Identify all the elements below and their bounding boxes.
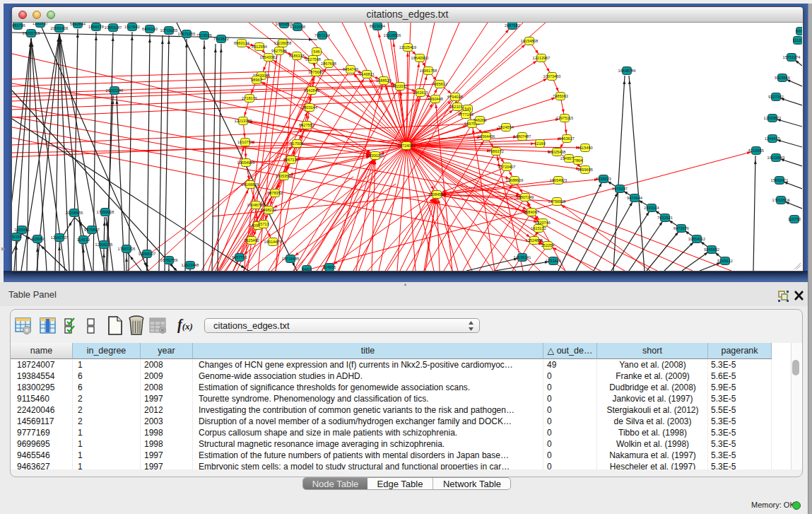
svg-text:3824554: 3824554 bbox=[498, 125, 514, 129]
svg-text:15713: 15713 bbox=[258, 222, 269, 226]
svg-text:1435061: 1435061 bbox=[14, 228, 30, 232]
svg-text:17957205: 17957205 bbox=[118, 247, 136, 251]
svg-text:9777169: 9777169 bbox=[458, 112, 473, 117]
svg-text:20691406: 20691406 bbox=[51, 26, 69, 30]
svg-text:18300295: 18300295 bbox=[367, 153, 384, 158]
svg-text:546: 546 bbox=[313, 49, 319, 54]
svg-text:124555: 124555 bbox=[323, 265, 336, 269]
svg-text:8215955: 8215955 bbox=[748, 148, 764, 153]
svg-text:9463: 9463 bbox=[302, 267, 311, 271]
svg-text:17359928: 17359928 bbox=[97, 210, 114, 214]
svg-text:9131058: 9131058 bbox=[290, 25, 305, 29]
svg-text:15716485: 15716485 bbox=[282, 257, 300, 261]
svg-text:9975867: 9975867 bbox=[84, 228, 100, 232]
svg-text:10973493: 10973493 bbox=[543, 74, 561, 78]
svg-text:9527508: 9527508 bbox=[305, 57, 321, 62]
svg-text:746266: 746266 bbox=[473, 118, 487, 122]
svg-text:1362615: 1362615 bbox=[413, 90, 428, 95]
svg-text:10654112: 10654112 bbox=[688, 237, 705, 241]
svg-text:5092844: 5092844 bbox=[70, 23, 86, 26]
svg-text:1621072: 1621072 bbox=[449, 105, 465, 109]
svg-text:9115460: 9115460 bbox=[577, 146, 592, 150]
svg-text:1244415: 1244415 bbox=[765, 136, 780, 141]
svg-text:18807249: 18807249 bbox=[517, 195, 534, 199]
svg-text:8990448: 8990448 bbox=[428, 97, 443, 101]
svg-text:8322037: 8322037 bbox=[392, 84, 408, 88]
svg-text:9973: 9973 bbox=[796, 29, 802, 33]
svg-text:6794028: 6794028 bbox=[447, 95, 463, 99]
svg-text:62160: 62160 bbox=[534, 141, 546, 146]
svg-text:10853287: 10853287 bbox=[105, 25, 122, 30]
svg-text:19654925: 19654925 bbox=[237, 160, 255, 165]
svg-text:8660124: 8660124 bbox=[234, 41, 249, 45]
svg-text:12093872: 12093872 bbox=[764, 116, 782, 120]
svg-text:12942737: 12942737 bbox=[51, 235, 69, 240]
svg-text:5498222: 5498222 bbox=[261, 208, 276, 212]
svg-text:7857224: 7857224 bbox=[314, 33, 330, 37]
svg-text:11325419: 11325419 bbox=[399, 45, 416, 49]
svg-text:12213369: 12213369 bbox=[235, 119, 252, 123]
svg-text:1527602: 1527602 bbox=[124, 25, 140, 29]
svg-text:16914479: 16914479 bbox=[264, 240, 282, 244]
svg-text:16671355: 16671355 bbox=[178, 32, 196, 36]
svg-text:39159: 39159 bbox=[12, 235, 22, 239]
svg-text:9527506: 9527506 bbox=[271, 49, 287, 53]
svg-text:8471676: 8471676 bbox=[673, 226, 689, 230]
svg-text:8813054: 8813054 bbox=[370, 24, 385, 28]
svg-text:13226058: 13226058 bbox=[274, 41, 292, 45]
svg-text:2718176: 2718176 bbox=[242, 96, 257, 100]
svg-text:9245652: 9245652 bbox=[704, 247, 719, 252]
svg-text:114519: 114519 bbox=[77, 238, 90, 242]
svg-text:20364436: 20364436 bbox=[478, 134, 495, 139]
svg-text:17016504: 17016504 bbox=[772, 198, 790, 202]
svg-text:19055713: 19055713 bbox=[23, 31, 40, 35]
svg-text:9084067: 9084067 bbox=[524, 210, 539, 214]
svg-text:1896378: 1896378 bbox=[88, 25, 104, 29]
svg-text:9245612: 9245612 bbox=[717, 259, 733, 263]
svg-text:15692971: 15692971 bbox=[771, 178, 789, 182]
svg-text:9227342: 9227342 bbox=[768, 95, 784, 99]
svg-text:20053346: 20053346 bbox=[106, 88, 124, 93]
svg-text:115689: 115689 bbox=[31, 237, 44, 241]
svg-text:10688609: 10688609 bbox=[506, 178, 524, 182]
svg-text:1010753: 1010753 bbox=[237, 140, 253, 144]
svg-text:16961758: 16961758 bbox=[420, 69, 437, 73]
svg-text:116753: 116753 bbox=[788, 217, 801, 221]
svg-text:13958107: 13958107 bbox=[139, 252, 156, 256]
svg-text:8878352: 8878352 bbox=[267, 191, 283, 195]
svg-text:10807487: 10807487 bbox=[514, 134, 531, 139]
svg-text:7625402: 7625402 bbox=[244, 238, 259, 243]
svg-text:1588520: 1588520 bbox=[376, 78, 392, 83]
svg-text:9474444: 9474444 bbox=[627, 196, 642, 200]
svg-text:19384554: 19384554 bbox=[428, 192, 446, 197]
svg-text:9899695: 9899695 bbox=[577, 168, 593, 172]
svg-text:13524851: 13524851 bbox=[526, 238, 543, 243]
svg-text:7864: 7864 bbox=[574, 158, 582, 163]
svg-text:19756928: 19756928 bbox=[548, 199, 566, 204]
svg-text:7515526: 7515526 bbox=[196, 33, 212, 37]
svg-text:7485063: 7485063 bbox=[553, 94, 568, 98]
svg-text:1615132: 1615132 bbox=[531, 226, 546, 230]
svg-text:7386372: 7386372 bbox=[488, 149, 504, 153]
svg-text:1292837: 1292837 bbox=[33, 23, 48, 25]
svg-text:10719155: 10719155 bbox=[160, 28, 178, 33]
svg-text:3875685: 3875685 bbox=[308, 70, 324, 74]
svg-text:15720407: 15720407 bbox=[498, 165, 516, 169]
svg-text:8454749: 8454749 bbox=[343, 67, 358, 71]
svg-text:9657791: 9657791 bbox=[232, 255, 247, 259]
svg-text:6479197: 6479197 bbox=[612, 187, 628, 191]
svg-text:16782759: 16782759 bbox=[160, 258, 178, 262]
svg-text:2081706: 2081706 bbox=[12, 23, 25, 28]
svg-text:19218506: 19218506 bbox=[384, 33, 401, 37]
svg-text:16543362: 16543362 bbox=[260, 55, 278, 59]
svg-text:8427552: 8427552 bbox=[299, 123, 314, 127]
svg-text:12975115: 12975115 bbox=[556, 116, 573, 120]
svg-text:19166829: 19166829 bbox=[242, 182, 259, 187]
svg-text:7632621: 7632621 bbox=[657, 216, 673, 220]
svg-text:8186328: 8186328 bbox=[289, 54, 305, 58]
svg-text:1733426: 1733426 bbox=[546, 259, 561, 263]
svg-text:7663822: 7663822 bbox=[213, 37, 229, 41]
svg-text:15751074: 15751074 bbox=[783, 55, 801, 59]
svg-text:16648784: 16648784 bbox=[618, 69, 636, 73]
svg-text:16640910: 16640910 bbox=[411, 56, 429, 60]
